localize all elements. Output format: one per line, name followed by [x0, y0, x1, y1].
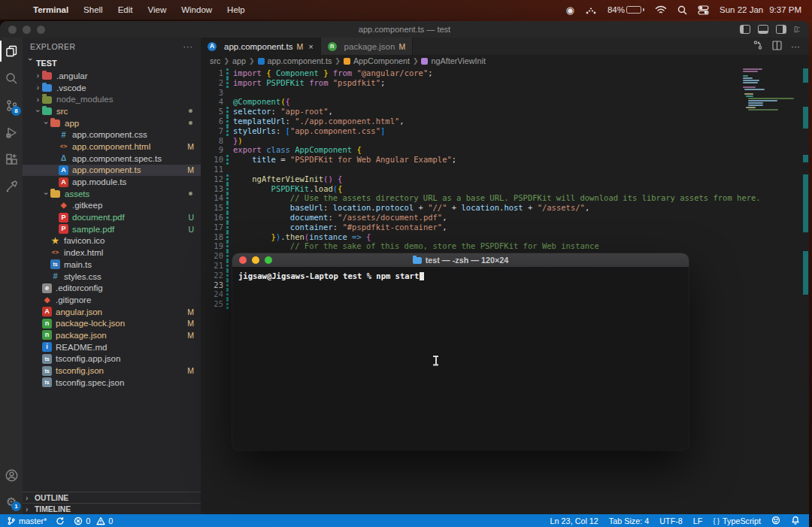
search-view-icon[interactable] [0, 65, 23, 92]
file-name: tsconfig.spec.json [56, 378, 124, 387]
outline-section[interactable]: ›OUTLINE [23, 492, 201, 503]
run-debug-icon[interactable] [0, 119, 23, 146]
extension-tool-icon[interactable] [0, 173, 23, 200]
toggle-secondary-sidebar-icon[interactable] [776, 25, 786, 34]
file-tree-item-.gitkeep[interactable]: ◆.gitkeep [23, 200, 201, 212]
file-tree-item-README.md[interactable]: iREADME.md [23, 341, 201, 353]
menu-item-terminal[interactable]: Terminal [26, 5, 76, 14]
eol-sequence[interactable]: LF [693, 516, 703, 525]
breadcrumb-item[interactable]: src [210, 56, 220, 65]
git-branch-indicator[interactable]: master* [7, 516, 47, 525]
file-tree-item-tsconfig.app.json[interactable]: tstsconfig.app.json [23, 353, 201, 365]
line-number: 4 [201, 97, 226, 107]
tab-app.component.ts[interactable]: Aapp.component.tsM× [201, 38, 321, 55]
indentation[interactable]: Tab Size: 4 [609, 516, 649, 525]
breadcrumb-item[interactable]: app [232, 56, 246, 65]
file-tree-item-package-lock.json[interactable]: npackage-lock.jsonM [23, 317, 201, 329]
file-tree-item-.vscode[interactable]: ›.vscode [23, 82, 201, 94]
encoding[interactable]: UTF-8 [659, 516, 683, 525]
file-tree-item-.angular[interactable]: ›.angular [23, 70, 201, 82]
timeline-section[interactable]: ›TIMELINE [23, 503, 201, 514]
gutter-modified-marker [226, 251, 229, 261]
file-tree-item-favicon.ico[interactable]: ★favicon.ico [23, 235, 201, 247]
toggle-panel-icon[interactable] [758, 25, 768, 34]
extensions-icon[interactable] [0, 146, 23, 173]
wifi-icon[interactable] [655, 5, 667, 14]
breadcrumb-item[interactable]: AppComponent [353, 56, 410, 65]
menu-item-edit[interactable]: Edit [111, 5, 141, 14]
editor-more-actions-icon[interactable]: ··· [791, 41, 800, 52]
source-control-icon[interactable]: 8 [0, 92, 23, 119]
menu-item-window[interactable]: Window [174, 5, 220, 14]
file-tree-item-app[interactable]: ›app [23, 117, 201, 129]
control-center-icon[interactable] [698, 5, 709, 15]
explorer-more-actions-icon[interactable]: ··· [183, 42, 194, 51]
battery-indicator[interactable]: 84% [607, 5, 644, 14]
file-name: tsconfig.json [56, 366, 104, 375]
workspace-root-folder[interactable]: › TEST [23, 56, 201, 70]
breadcrumb-item[interactable]: ngAfterViewInit [431, 56, 485, 65]
menu-item-view[interactable]: View [140, 5, 174, 14]
breadcrumbs[interactable]: src❯app❯app.component.ts❯AppComponent❯ng… [201, 55, 809, 67]
terminal-minimize-button[interactable] [252, 256, 259, 264]
terminal-content[interactable]: jigsaw@Jigsaws-Laptop test % npm start [232, 268, 689, 450]
code-line: 12 ngAfterViewInit() { [201, 174, 741, 184]
file-tree-item-angular.json[interactable]: Aangular.jsonM [23, 306, 201, 318]
gutter-modified-marker [226, 261, 229, 271]
gutter-modified-marker [226, 136, 229, 146]
search-icon[interactable] [677, 5, 687, 15]
file-tree-item-src[interactable]: ›src [23, 105, 201, 117]
file-tree-item-app.component.css[interactable]: #app.component.css [23, 129, 201, 141]
file-tree-item-index.html[interactable]: <>index.html [23, 247, 201, 259]
menu-item-help[interactable]: Help [220, 5, 253, 14]
tab-label: package.json [344, 42, 395, 51]
file-tree-item-styles.css[interactable]: #styles.css [23, 271, 201, 283]
file-tree-item-app.component.spec.ts[interactable]: Δapp.component.spec.ts [23, 153, 201, 165]
language-mode[interactable]: { } TypeScript [713, 516, 761, 525]
line-number: 13 [201, 184, 226, 194]
file-tree-item-app.component.html[interactable]: <>app.component.htmlM [23, 141, 201, 153]
record-icon[interactable]: ◉ [566, 5, 574, 16]
stage-manager-icon[interactable] [585, 5, 597, 15]
settings-gear-icon[interactable]: ⚙ 1 [0, 489, 23, 514]
breadcrumb-item[interactable]: app.component.ts [268, 56, 332, 65]
cursor-position[interactable]: Ln 23, Col 12 [550, 516, 598, 525]
file-tree-item-app.module.ts[interactable]: Aapp.module.ts [23, 176, 201, 188]
file-tree-item-app.component.ts[interactable]: Aapp.component.tsM [23, 165, 201, 177]
gutter-modified-marker [226, 280, 229, 290]
problems-indicator[interactable]: 0 0 [74, 516, 113, 525]
file-tree-item-document.pdf[interactable]: Pdocument.pdfU [23, 211, 201, 223]
battery-percent: 84% [607, 5, 625, 14]
file-tree-item-package.json[interactable]: npackage.jsonM [23, 329, 201, 341]
sync-changes-icon[interactable] [56, 516, 65, 525]
file-name: README.md [56, 343, 107, 352]
terminal-window[interactable]: test — -zsh — 120×24 jigsaw@Jigsaws-Lapt… [232, 253, 689, 450]
menu-item-shell[interactable]: Shell [76, 5, 111, 14]
file-name: main.ts [64, 260, 92, 269]
toggle-sidebar-icon[interactable] [740, 25, 750, 34]
tab-package.json[interactable]: npackage.jsonM [321, 38, 414, 55]
accounts-icon[interactable] [0, 462, 23, 489]
file-tree-item-tsconfig.json[interactable]: tstsconfig.jsonM [23, 365, 201, 377]
terminal-close-button[interactable] [239, 256, 247, 264]
close-tab-icon[interactable]: × [308, 42, 313, 51]
menu-bar-date[interactable]: Sun 22 Jan [720, 5, 763, 14]
terminal-zoom-button[interactable] [265, 256, 272, 264]
git-status-badge: M [187, 331, 194, 340]
vscode-title-bar[interactable]: app.component.ts — test ▯: [0, 21, 809, 38]
minimap[interactable] [743, 68, 801, 125]
feedback-icon[interactable] [771, 516, 780, 526]
file-tree-item-sample.pdf[interactable]: Psample.pdfU [23, 223, 201, 235]
customize-layout-icon[interactable]: ▯: [794, 25, 800, 34]
open-changes-icon[interactable] [753, 40, 763, 53]
file-tree-item-node_modules[interactable]: ›node_modules [23, 93, 201, 105]
notifications-bell-icon[interactable] [791, 516, 800, 526]
file-tree-item-.gitignore[interactable]: ◆.gitignore [23, 294, 201, 306]
explorer-icon[interactable] [0, 38, 23, 65]
terminal-title-bar[interactable]: test — -zsh — 120×24 [232, 253, 689, 268]
file-tree-item-assets[interactable]: ›assets [23, 188, 201, 200]
split-editor-icon[interactable] [772, 41, 782, 53]
file-tree-item-tsconfig.spec.json[interactable]: tstsconfig.spec.json [23, 377, 201, 389]
file-tree-item-main.ts[interactable]: tsmain.ts [23, 259, 201, 271]
file-tree-item-.editorconfig[interactable]: e.editorconfig [23, 282, 201, 294]
